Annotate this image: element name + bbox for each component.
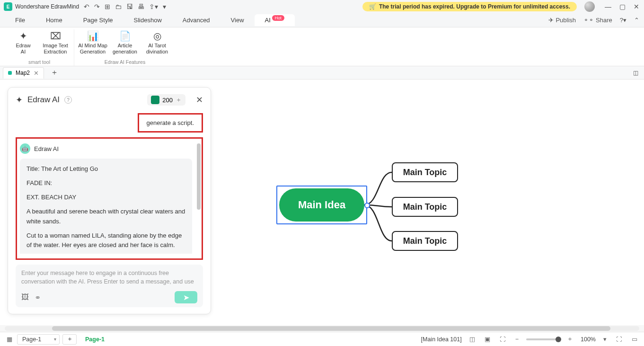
response-line-5: Cut to a woman named LILA, standing alon… (26, 231, 185, 250)
trial-banner[interactable]: 🛒 The trial period has expired. Upgrade … (362, 2, 577, 11)
sparkle-icon: ✦ (19, 30, 27, 42)
menu-ai[interactable]: AIHot (255, 14, 295, 26)
user-message: generate a script. (147, 119, 194, 126)
zoom-knob[interactable] (556, 337, 561, 342)
status-bar: ▦ Page-1 ＋ Page-1 [Main Idea 101] ◫ ▣ ⛶ … (0, 332, 644, 346)
menu-view[interactable]: View (221, 14, 255, 26)
qat-dropdown-icon[interactable]: ▾ (163, 3, 166, 10)
menu-home[interactable]: Home (35, 14, 73, 26)
menu-file[interactable]: File (5, 14, 35, 26)
ribbon-group-smart-tool: ✦ EdrawAI ⌧ Image TextExtraction smart t… (5, 29, 74, 66)
topic-node-3[interactable]: Main Topic (392, 231, 458, 251)
node-handle[interactable] (364, 203, 370, 208)
menu-advanced[interactable]: Advanced (172, 14, 221, 26)
ocr-icon: ⌧ (50, 30, 61, 42)
topic-node-1[interactable]: Main Topic (392, 162, 458, 182)
menu-bar: File Home Page Style Slideshow Advanced … (0, 13, 644, 27)
edraw-ai-panel: ✦ Edraw AI ? 200 ＋ ✕ generate a script. … (8, 87, 211, 314)
main-idea-node[interactable]: Main Idea (279, 188, 364, 222)
close-panel-icon[interactable]: ✕ (196, 95, 203, 105)
help-dropdown[interactable]: ?▾ (620, 17, 626, 24)
add-credits-icon[interactable]: ＋ (176, 96, 182, 104)
print-icon[interactable]: 🖶 (138, 3, 144, 10)
response-line-4: A beautiful and serene beach with crysta… (26, 207, 185, 226)
save-icon[interactable]: 🖫 (126, 3, 133, 10)
doc-tab-label: Map2 (16, 70, 30, 76)
chain-tool-icon[interactable]: ⚭ (35, 293, 41, 302)
ai-tarot-button[interactable]: ◎ AI Tarotdivination (141, 29, 173, 55)
collapse-statusbar-icon[interactable]: ▭ (630, 336, 639, 343)
app-logo: E (4, 2, 12, 11)
doc-type-icon (8, 71, 12, 75)
zoom-in-icon[interactable]: ＋ (565, 335, 575, 343)
response-line-2: FADE IN: (26, 178, 185, 188)
redo-icon[interactable]: ↷ (94, 3, 100, 10)
new-icon[interactable]: ⊞ (105, 3, 110, 10)
image-text-extraction-button[interactable]: ⌧ Image TextExtraction (40, 29, 71, 55)
outline-icon[interactable]: ▦ (5, 336, 14, 343)
zoom-out-icon[interactable]: − (513, 336, 520, 343)
app-title: Wondershare EdrawMind (15, 3, 79, 10)
fit-page-icon[interactable]: ⛶ (498, 336, 508, 343)
ai-input-area[interactable]: Enter your message here to engage in a c… (16, 265, 203, 307)
edraw-ai-label: EdrawAI (16, 43, 30, 55)
publish-icon: ✈ (548, 17, 554, 24)
user-message-highlight: generate a script. (138, 113, 203, 133)
scroll-thumb[interactable] (52, 326, 610, 331)
help-icon[interactable]: ? (64, 96, 72, 104)
ribbon-group-ai-features: 📊 AI Mind MapGeneration 📄 Articlegenerat… (74, 29, 176, 66)
export-icon[interactable]: ⇪▾ (149, 3, 158, 10)
bot-avatar-icon: 🤖 (20, 143, 30, 154)
fullscreen-icon[interactable]: ⛶ (614, 336, 624, 343)
quick-access-toolbar: ↶ ↷ ⊞ 🗀 🖫 🖶 ⇪▾ ▾ (84, 3, 166, 10)
close-tab-icon[interactable]: ✕ (34, 70, 39, 77)
active-page-label[interactable]: Page-1 (85, 336, 105, 343)
view-mode-2-icon[interactable]: ▣ (483, 336, 492, 343)
publish-button[interactable]: ✈Publish (548, 17, 576, 24)
response-scrollbar[interactable] (197, 143, 201, 210)
ai-panel-title: Edraw AI (27, 95, 60, 105)
ai-responder-name: Edraw AI (34, 145, 59, 152)
menu-page-style[interactable]: Page Style (73, 14, 124, 26)
open-icon[interactable]: 🗀 (115, 3, 122, 10)
doc-tab-map2[interactable]: Map2 ✕ (3, 67, 44, 79)
ai-responder-row: 🤖 Edraw AI (20, 143, 192, 154)
image-tool-icon[interactable]: 🖼 (21, 293, 29, 302)
image-text-label: Image TextExtraction (43, 43, 68, 55)
menu-ai-label: AI (265, 17, 271, 24)
article-gen-button[interactable]: 📄 Articlegeneration (109, 29, 141, 55)
response-line-1: Title: The Art of Letting Go (26, 164, 185, 174)
user-avatar[interactable] (584, 1, 595, 12)
menu-slideshow[interactable]: Slideshow (124, 14, 172, 26)
credits-count: 200 (162, 97, 173, 104)
collapse-ribbon-icon[interactable]: ⌃ (634, 17, 639, 24)
panel-toggle-icon[interactable]: ◫ (630, 70, 641, 76)
close-icon[interactable]: ✕ (633, 3, 640, 10)
canvas-area[interactable]: ✦ Edraw AI ? 200 ＋ ✕ generate a script. … (0, 80, 644, 325)
share-icon: ⚬⚬ (583, 17, 594, 24)
zoom-dropdown-icon[interactable]: ▾ (601, 336, 609, 343)
topic-node-2[interactable]: Main Topic (392, 197, 458, 217)
ai-sparkle-icon: ✦ (16, 95, 23, 105)
edraw-ai-button[interactable]: ✦ EdrawAI (8, 29, 39, 55)
page-selector[interactable]: Page-1 (17, 334, 60, 345)
minimize-icon[interactable]: — (604, 3, 612, 10)
share-button[interactable]: ⚬⚬Share (583, 17, 612, 24)
ai-mindmap-gen-button[interactable]: 📊 AI Mind MapGeneration (77, 29, 108, 55)
add-page-button[interactable]: ＋ (62, 334, 77, 345)
zoom-slider[interactable] (526, 338, 559, 340)
add-tab-button[interactable]: ＋ (48, 68, 61, 78)
view-mode-1-icon[interactable]: ◫ (468, 336, 477, 343)
send-icon: ➤ (183, 293, 189, 302)
ai-panel-header: ✦ Edraw AI ? 200 ＋ ✕ (16, 94, 203, 106)
horizontal-scrollbar[interactable] (0, 325, 644, 332)
send-button[interactable]: ➤ (175, 291, 197, 303)
title-bar: E Wondershare EdrawMind ↶ ↷ ⊞ 🗀 🖫 🖶 ⇪▾ ▾… (0, 0, 644, 13)
tarot-icon: ◎ (153, 30, 161, 42)
window-controls: — ▢ ✕ (604, 3, 640, 10)
ai-credits: 200 ＋ (147, 94, 185, 106)
group-label-smart-tool: smart tool (28, 59, 50, 66)
undo-icon[interactable]: ↶ (84, 3, 89, 10)
article-icon: 📄 (119, 30, 131, 42)
maximize-icon[interactable]: ▢ (618, 3, 626, 10)
